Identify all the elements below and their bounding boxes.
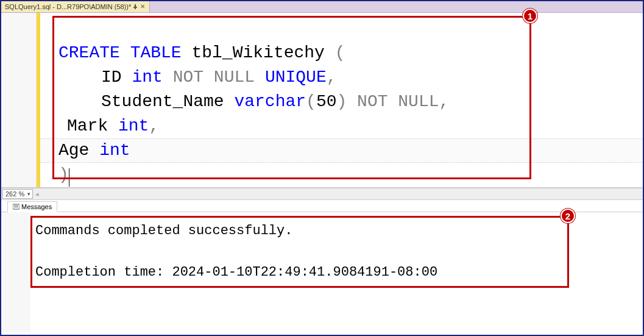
comma3: ,	[149, 116, 159, 135]
close-icon[interactable]: ✕	[140, 4, 146, 10]
col-age: Age	[58, 141, 99, 160]
document-tabstrip: SQLQuery1.sql - D...R79PO\ADMIN (58))* ✕	[1, 1, 643, 13]
kw-table: TABLE	[130, 43, 182, 62]
messages-tab-label: Messages	[21, 203, 52, 210]
paren-close: )	[58, 165, 69, 184]
messages-icon	[13, 204, 19, 210]
type-int2: int	[118, 116, 149, 135]
col-mark: Mark	[67, 116, 118, 135]
app-frame: SQLQuery1.sql - D...R79PO\ADMIN (58))* ✕…	[0, 0, 644, 336]
paren-close2: )	[336, 92, 347, 111]
zoom-bar: 262 % ▼ ◂	[1, 188, 643, 200]
kw-null2: NULL	[388, 92, 439, 111]
type-int3: int	[99, 141, 130, 160]
zoom-value: 262 %	[5, 190, 24, 198]
annotation-badge-1: 1	[523, 9, 537, 23]
col-id: ID	[101, 68, 132, 87]
badge-2-num: 2	[565, 211, 570, 221]
msg-success: Commands completed successfully.	[35, 223, 292, 238]
annotation-badge-2: 2	[561, 209, 575, 223]
zoom-divider: ◂	[35, 190, 39, 198]
sql-editor[interactable]: CREATE TABLE tbl_Wikitechy ( ID int NOT …	[1, 13, 643, 188]
type-varchar: varchar	[234, 92, 306, 111]
comma2: ,	[439, 92, 450, 111]
messages-pane: Commands completed successfully. Complet…	[1, 212, 643, 332]
document-tab[interactable]: SQLQuery1.sql - D...R79PO\ADMIN (58))* ✕	[1, 1, 150, 12]
chevron-down-icon: ▼	[26, 191, 31, 197]
kw-null: NULL	[203, 68, 255, 87]
messages-text[interactable]: Commands completed successfully. Complet…	[30, 212, 643, 332]
editor-gutter	[1, 13, 37, 187]
zoom-dropdown[interactable]: 262 % ▼	[2, 189, 33, 199]
messages-gutter	[1, 212, 30, 332]
msg-completion-time: Completion time: 2024-01-10T22:49:41.908…	[35, 265, 437, 280]
col-student: Student_Name	[101, 92, 234, 111]
pin-icon[interactable]	[133, 4, 138, 9]
paren-open: (	[335, 43, 345, 62]
paren-open2: (	[306, 92, 316, 111]
messages-tab[interactable]: Messages	[7, 201, 57, 212]
svg-rect-0	[13, 204, 19, 209]
num-50: 50	[316, 92, 337, 111]
tbl-name: tbl_Wikitechy	[182, 43, 335, 62]
kw-unique: UNIQUE	[255, 68, 327, 87]
tab-title: SQLQuery1.sql - D...R79PO\ADMIN (58))*	[5, 3, 131, 10]
text-caret	[69, 168, 69, 187]
kw-create: CREATE	[58, 43, 120, 62]
type-int: int	[132, 68, 162, 87]
kw-not2: NOT	[347, 92, 387, 111]
results-tabstrip: Messages	[1, 200, 643, 212]
code-content[interactable]: CREATE TABLE tbl_Wikitechy ( ID int NOT …	[40, 13, 643, 187]
current-line-highlight	[40, 138, 643, 163]
kw-not: NOT	[163, 68, 203, 87]
badge-1-num: 1	[528, 11, 533, 21]
comma: ,	[327, 68, 337, 87]
